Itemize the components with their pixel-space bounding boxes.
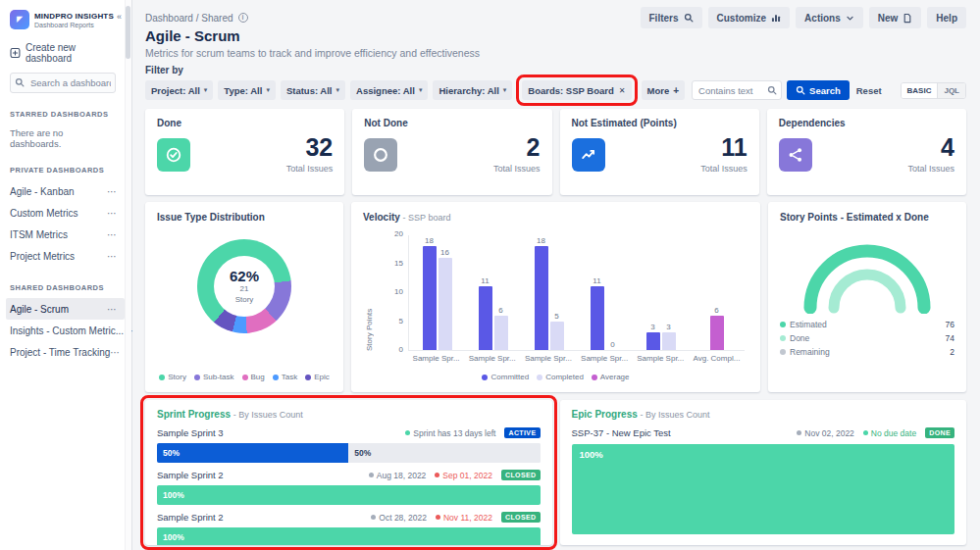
bar-value-label: 5 (554, 312, 558, 321)
legend-item-story: Story (159, 373, 186, 381)
donut-center-percent: 62% (230, 268, 259, 284)
epic-bar-label: 100% (580, 449, 603, 460)
bar-value-label: 11 (481, 276, 489, 285)
epic-row: SSP-37 - New Epic TestNov 02, 2022No due… (572, 427, 955, 438)
filter-chips: Project: All▾Type: All▾Status: All▾Assig… (145, 80, 512, 100)
shared-dashboards-list: Agile - Scrum⋯Insights - Custom Metric..… (10, 298, 116, 363)
donut-center-count: 21 (240, 284, 249, 294)
boards-chip-label: Boards: SSP Board (528, 85, 613, 96)
filter-chip-more[interactable]: More + (642, 80, 686, 100)
sidebar-item-agile-kanban[interactable]: Agile - Kanban⋯ (6, 180, 125, 202)
stat-title: Dependencies (779, 118, 954, 129)
velocity-legend: CommittedCompletedAverage (351, 373, 760, 381)
x-tick-label: Sample Spr... (520, 354, 576, 363)
create-dashboard-label: Create new dashboard (26, 42, 116, 64)
sidebar-collapse-icon[interactable]: « (117, 12, 122, 22)
brand-subtitle: Dashboard Reports (34, 22, 114, 28)
search-icon (767, 85, 777, 95)
status-badge: DONE (925, 427, 954, 438)
search-button[interactable]: Search (787, 80, 850, 100)
date-label: Aug 18, 2022 (369, 471, 427, 480)
chart-icon (771, 13, 781, 23)
topbar-button-filters[interactable]: Filters (641, 7, 702, 28)
epic-progress-title: Epic Progress - By Issues Count (572, 409, 955, 421)
contains-text-field (692, 80, 782, 101)
item-menu-icon[interactable]: ⋯ (107, 251, 118, 262)
velocity-chart-area: Story Points 051015201816116185110336 Sa… (363, 235, 748, 363)
filter-chip-project[interactable]: Project: All▾ (145, 80, 213, 100)
date-label: Nov 11, 2022 (436, 513, 492, 523)
item-menu-icon[interactable]: ⋯ (107, 208, 118, 219)
progress-segment: 100% (157, 485, 541, 505)
x-tick-label: Sample Spr... (633, 354, 689, 363)
donut-legend: StorySub-taskBugTaskEpic (145, 373, 343, 381)
sidebar-item-itsm-metrics[interactable]: ITSM Metrics⋯ (6, 224, 125, 245)
sidebar-search-input[interactable] (10, 73, 116, 93)
mode-jql-button[interactable]: JQL (937, 83, 965, 98)
item-menu-icon[interactable]: ⋯ (107, 186, 118, 197)
circle-icon (364, 138, 397, 172)
item-menu-icon[interactable]: ⋯ (107, 304, 118, 315)
filter-chip-boards[interactable]: Boards: SSP Board ✕ (522, 80, 631, 100)
sidebar-item-project-time-tracking[interactable]: Project - Time Tracking⋯ (6, 341, 125, 363)
legend-item-sub-task: Sub-task (194, 373, 234, 381)
filter-chip-type[interactable]: Type: All▾ (218, 80, 276, 100)
remove-filter-icon[interactable]: ✕ (619, 86, 626, 95)
item-menu-icon[interactable]: ⋯ (110, 347, 121, 358)
date-label: No due date (863, 428, 916, 438)
private-dashboards-list: Agile - Kanban⋯Custom Metrics⋯ITSM Metri… (10, 180, 116, 267)
brand-title: MINDPRO INSIGHTS (34, 10, 114, 21)
progress-segment: 50% (157, 443, 348, 463)
chevron-down-icon: ▾ (503, 86, 507, 94)
breadcrumb[interactable]: Dashboard / Shared i (145, 13, 248, 24)
date-label: Oct 28, 2022 (371, 513, 427, 523)
sidebar-item-insights-custom-metric[interactable]: Insights - Custom Metric...⋯ (6, 320, 125, 341)
sidebar-search (10, 73, 116, 93)
velocity-bar-completed: 3 (662, 323, 676, 350)
sprint-progress-bar: 100% (157, 527, 541, 545)
sprint-progress-title: Sprint Progress - By Issues Count (157, 409, 541, 421)
filter-chip-status[interactable]: Status: All▾ (281, 80, 345, 100)
brand: MINDPRO INSIGHTS Dashboard Reports (10, 10, 116, 29)
charts-row: Issue Type Distribution 62% 21 Story Sto… (145, 202, 966, 392)
sidebar-item-project-metrics[interactable]: Project Metrics⋯ (6, 245, 125, 267)
item-menu-icon[interactable]: ⋯ (107, 229, 118, 240)
date-label: Sprint has 13 days left (405, 428, 495, 438)
velocity-y-axis-label: Story Points (365, 235, 374, 351)
filter-chip-assignee[interactable]: Assignee: All▾ (350, 80, 428, 100)
sidebar-scrollbar[interactable] (125, 0, 131, 550)
topbar-button-new[interactable]: New (869, 7, 922, 28)
velocity-card: Velocity - SSP board Story Points 051015… (351, 202, 760, 392)
topbar-button-help[interactable]: Help (927, 7, 966, 28)
bar-value-label: 0 (610, 340, 614, 349)
stat-caption: Total Issues (700, 164, 748, 174)
info-icon[interactable]: i (238, 13, 248, 23)
mode-basic-button[interactable]: BASIC (902, 83, 938, 98)
stat-value: 11 (700, 135, 748, 160)
reset-button[interactable]: Reset (856, 85, 882, 96)
legend-item-bug: Bug (242, 373, 265, 381)
sidebar-item-custom-metrics[interactable]: Custom Metrics⋯ (6, 202, 125, 224)
velocity-bar-committed: 11 (479, 276, 492, 350)
filter-chip-hierarchy[interactable]: Hierarchy: All▾ (433, 80, 512, 100)
sidebar-item-agile-scrum[interactable]: Agile - Scrum⋯ (6, 298, 125, 320)
epic-progress-bar: 100% (572, 444, 955, 534)
date-label: Nov 02, 2022 (797, 428, 854, 438)
topbar-button-customize[interactable]: Customize (708, 7, 791, 28)
velocity-bar-completed: 6 (494, 306, 508, 350)
stat-caption: Total Issues (493, 164, 541, 174)
y-tick-label: 20 (386, 229, 403, 238)
topbar-button-actions[interactable]: Actions (796, 7, 863, 28)
velocity-chart: 051015201816116185110336 (408, 235, 745, 351)
gauge-legend-row-estimated: Estimated76 (780, 320, 954, 329)
create-dashboard-button[interactable]: Create new dashboard (10, 42, 116, 64)
stat-value: 32 (286, 135, 334, 160)
chevron-icon (846, 14, 854, 23)
stat-value: 4 (907, 135, 954, 160)
velocity-bar-group: 185 (521, 236, 577, 350)
velocity-bar-completed: 5 (550, 312, 564, 351)
scrollbar-thumb[interactable] (126, 6, 130, 59)
sprint-progress-bar: 50%50% (157, 443, 541, 463)
sprint-name: Sample Sprint 2 (157, 512, 224, 523)
velocity-bar-committed: 3 (646, 323, 660, 350)
